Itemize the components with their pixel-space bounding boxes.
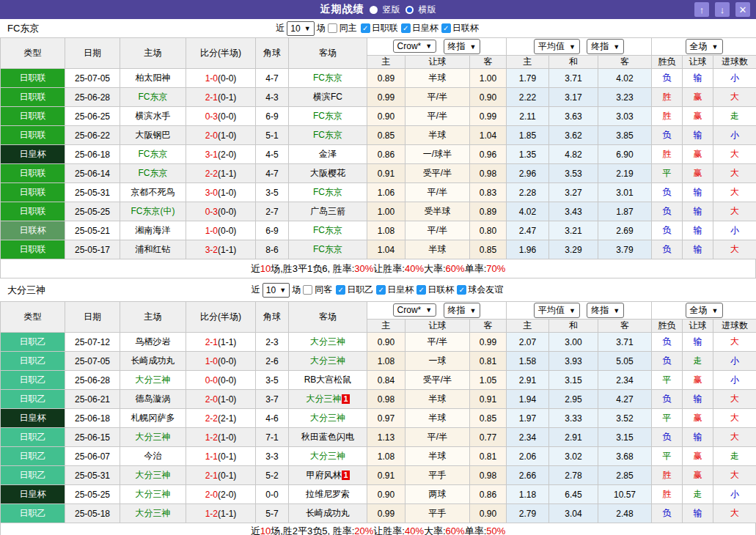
vertical-layout-label: 竖版 xyxy=(383,4,400,16)
team-section-fc-tokyo: FC东京 近 10▼ 场 同主 ✓日职联✓日皇杯✓日联杯 类型 日期 主场 比分… xyxy=(0,19,756,278)
corner-cell: 6-9 xyxy=(256,107,289,126)
date-cell: 25-06-28 xyxy=(65,371,120,390)
odds-stage-select[interactable]: 终指▼ xyxy=(444,303,481,318)
odds-stage-select[interactable]: 终指▼ xyxy=(444,39,481,54)
result-cell: 负 xyxy=(652,183,683,202)
odds-cell: 1.08 xyxy=(367,447,405,466)
same-home-checkbox[interactable] xyxy=(328,23,337,33)
home-team-name: 札幌冈萨多 xyxy=(131,413,175,423)
chevron-down-icon: ▼ xyxy=(712,43,719,51)
avg-odds-cell: 3.53 xyxy=(549,164,598,183)
odds-cell: 1.05 xyxy=(470,371,507,390)
col-result: 胜负 xyxy=(652,320,683,333)
home-team-name: 大分三神 xyxy=(136,432,171,442)
away-team-cell: 秋田蓝色闪电 xyxy=(289,428,367,447)
handicap-cell: 平/半 xyxy=(405,428,470,447)
result-cell: 负 xyxy=(652,390,683,409)
vertical-layout-radio[interactable] xyxy=(370,6,378,14)
home-team-name: FC东京 xyxy=(139,92,168,102)
league-checkbox[interactable]: ✓ xyxy=(441,23,451,33)
score-cell: 0-3(0-0) xyxy=(186,107,256,126)
home-team-cell: FC东京 xyxy=(120,145,186,164)
fulltime-score: 1-0 xyxy=(205,356,218,366)
odds-cell: 0.91 xyxy=(367,164,405,183)
horizontal-layout-radio[interactable] xyxy=(405,6,414,14)
summary-text: 大率: xyxy=(424,525,446,535)
odds-cell: 1.04 xyxy=(367,240,405,259)
date-cell: 25-06-18 xyxy=(65,145,120,164)
odds-cell: 0.91 xyxy=(470,390,507,409)
corner-cell: 0-0 xyxy=(256,485,289,504)
result-cell: 大 xyxy=(713,466,756,485)
bookmaker-select[interactable]: Crow*▼ xyxy=(393,40,437,53)
league-checkbox[interactable]: ✓ xyxy=(376,285,386,295)
league-checkbox[interactable]: ✓ xyxy=(401,23,411,33)
result-cell: 小 xyxy=(713,352,756,371)
avg-odds-cell: 5.05 xyxy=(598,352,652,371)
league-checkbox[interactable]: ✓ xyxy=(416,285,426,295)
odds-cell: 0.83 xyxy=(470,183,507,202)
league-label: 日联杯 xyxy=(427,284,454,296)
average-select[interactable]: 平均值▼ xyxy=(534,303,580,318)
date-cell: 25-06-07 xyxy=(65,447,120,466)
league-checkbox[interactable]: ✓ xyxy=(361,23,370,33)
move-down-button[interactable]: ↓ xyxy=(715,2,730,17)
scope-select[interactable]: 全场▼ xyxy=(686,303,723,318)
col-corner: 角球 xyxy=(256,38,289,69)
close-button[interactable]: ✕ xyxy=(735,2,750,17)
avg-odds-cell: 3.52 xyxy=(598,409,652,428)
odds-cell: 0.77 xyxy=(470,428,507,447)
col-avg-away: 客 xyxy=(598,56,652,69)
home-team-name: 长崎成功丸 xyxy=(131,355,175,366)
result-cell: 赢 xyxy=(683,371,713,390)
odds-cell: 0.96 xyxy=(470,145,507,164)
league-checkbox[interactable]: ✓ xyxy=(336,285,345,295)
avg-odds-cell: 1.79 xyxy=(507,69,549,88)
chevron-down-icon: ▼ xyxy=(569,307,576,314)
avg-stage-select[interactable]: 终指▼ xyxy=(587,303,624,318)
date-cell: 25-06-21 xyxy=(65,390,120,409)
away-team-name: FC东京 xyxy=(313,73,342,83)
odds-cell: 0.81 xyxy=(470,447,507,466)
league-checkbox[interactable]: ✓ xyxy=(457,285,466,295)
handicap-cell: 平/半 xyxy=(405,333,470,352)
date-cell: 25-05-31 xyxy=(65,183,120,202)
summary-text: 50% xyxy=(486,525,505,535)
match-row: 日职联25-06-25横滨水手0-3(0-0)6-9FC东京0.90平/半0.9… xyxy=(1,107,756,126)
away-team-cell: 横滨FC xyxy=(289,88,367,107)
chevron-down-icon: ▼ xyxy=(613,307,620,314)
match-row: 日职联25-05-25FC东京(中)0-3(0-0)2-7广岛三箭1.00受半球… xyxy=(1,202,756,221)
match-count-select[interactable]: 10▼ xyxy=(287,21,314,36)
odds-cell: 0.97 xyxy=(367,409,405,428)
avg-odds-cell: 3.33 xyxy=(549,409,598,428)
near-label: 近 xyxy=(252,284,260,296)
handicap-cell: 一/球半 xyxy=(405,145,470,164)
col-handicap: 让球 xyxy=(405,320,470,333)
avg-odds-cell: 2.96 xyxy=(507,164,549,183)
summary-text: 让胜率: xyxy=(373,262,405,276)
average-select[interactable]: 平均值▼ xyxy=(534,39,580,54)
home-team-cell: 德岛漩涡 xyxy=(120,390,186,409)
avg-odds-cell: 3.71 xyxy=(549,69,598,88)
date-cell: 25-06-18 xyxy=(65,409,120,428)
same-away-checkbox[interactable] xyxy=(303,285,312,295)
home-team-name: 大分三神 xyxy=(136,489,171,499)
handicap-cell: 半球 xyxy=(405,447,470,466)
recent-results-table: 类型 日期 主场 比分(半场) 角球 客场 Crow*▼ 终指▼ 平均值▼ 终指… xyxy=(0,37,756,259)
away-team-name: FC东京 xyxy=(313,225,342,235)
away-team-name: 金泽 xyxy=(319,149,337,159)
away-team-cell: 金泽 xyxy=(289,145,367,164)
summary-text: 40% xyxy=(405,263,424,274)
scope-select[interactable]: 全场▼ xyxy=(686,39,723,54)
score-cell: 2-0(1-0) xyxy=(186,390,256,409)
halftime-score: (1-0) xyxy=(218,394,236,405)
away-team-name: 横滨FC xyxy=(313,92,342,102)
handicap-cell: 半球 xyxy=(405,126,470,145)
bookmaker-select[interactable]: Crow*▼ xyxy=(393,303,437,317)
avg-odds-cell: 3.03 xyxy=(598,107,652,126)
match-count-select[interactable]: 10▼ xyxy=(263,283,290,298)
match-filter: 近 10▼ 场 同客 ✓日职乙✓日皇杯✓日联杯✓球会友谊 xyxy=(252,283,504,298)
away-team-cell: 大分三神 xyxy=(289,333,367,352)
move-up-button[interactable]: ↑ xyxy=(694,2,709,17)
avg-stage-select[interactable]: 终指▼ xyxy=(587,39,624,54)
